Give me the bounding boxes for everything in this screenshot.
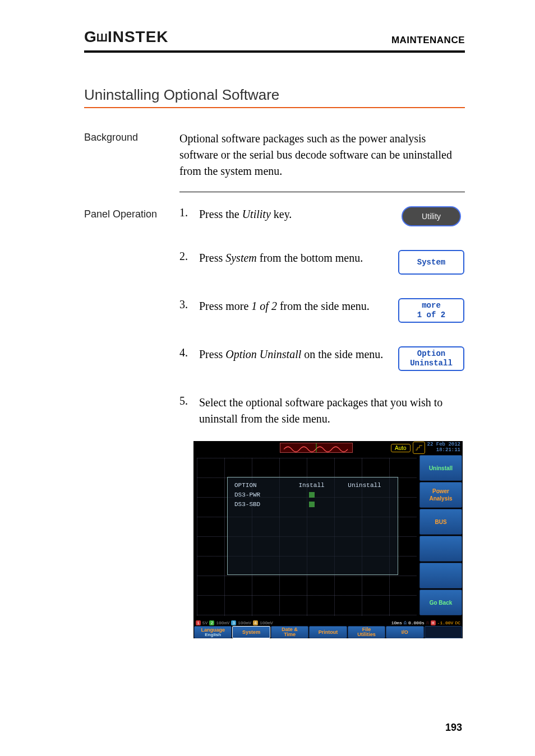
btab-language[interactable]: Language English — [194, 626, 232, 638]
check-icon — [309, 502, 315, 507]
utility-key-icon: Utility — [402, 206, 461, 226]
dialog-header: OPTION Install Uninstall — [234, 482, 391, 489]
brand-logo: GШINSTEK — [84, 28, 169, 46]
scope-top-bar: Auto 22 Feb 2012 18:21:11 — [193, 441, 463, 454]
dialog-row-ds3-pwr: DS3-PWR — [234, 491, 391, 498]
waveform-preview-icon — [280, 443, 353, 453]
system-softkey-icon: System — [398, 250, 464, 275]
option-dialog: OPTION Install Uninstall DS3-PWR DS3-SBD — [227, 477, 398, 575]
step-5-text: Select the optional software packages th… — [199, 395, 465, 427]
edge-icon: ⎍ — [426, 620, 429, 625]
section-title: Uninstalling Optional Software — [84, 86, 465, 108]
step-2-text: Press System from the bottom menu. — [199, 250, 392, 266]
step-1: 1. Press the Utility key. Utility — [179, 206, 465, 226]
datetime-display: 22 Feb 2012 18:21:11 — [427, 442, 460, 453]
oscilloscope-screenshot: Auto 22 Feb 2012 18:21:11 OPTION Install… — [193, 441, 465, 638]
btab-printout[interactable]: Printout — [309, 626, 347, 638]
header-section-title: MAINTENANCE — [391, 35, 465, 46]
auto-badge: Auto — [391, 444, 411, 452]
scope-graticule: OPTION Install Uninstall DS3-PWR DS3-SBD — [193, 454, 419, 619]
background-row: Background Optional software packages su… — [84, 131, 465, 206]
step-3: 3. Press more 1 of 2 from the side menu.… — [179, 298, 465, 323]
option-uninstall-softkey-icon: Option Uninstall — [398, 346, 464, 371]
step-5: 5. Select the optional software packages… — [179, 395, 465, 427]
step-4-text: Press Option Uninstall on the side menu. — [199, 346, 392, 363]
page-header: GШINSTEK MAINTENANCE — [84, 28, 465, 53]
background-label: Background — [84, 131, 179, 206]
side-btn-go-back[interactable]: Go Back — [419, 590, 462, 615]
logo-glyph-icon: Ш — [96, 31, 108, 44]
btab-file-utilities[interactable]: File Utilities — [348, 626, 385, 638]
side-btn-bus[interactable]: BUS — [419, 509, 462, 535]
more-softkey-icon: more 1 of 2 — [398, 298, 464, 323]
page-number: 193 — [445, 722, 462, 734]
btab-date-time[interactable]: Date & Time — [271, 626, 308, 638]
side-btn-empty-1[interactable] — [419, 536, 462, 562]
dialog-row-ds3-sbd: DS3-SBD — [234, 501, 391, 508]
status-bar: 1 5V 2 100mV 3 100mV 4 100mV 10ms ⎙ 0.00… — [193, 619, 463, 626]
panel-operation-row: Panel Operation 1. Press the Utility key… — [84, 206, 465, 435]
panel-operation-label: Panel Operation — [84, 206, 179, 435]
trigger-mode-icon — [413, 442, 425, 454]
background-text: Optional software packages such as the p… — [179, 131, 465, 192]
side-btn-power-analysis[interactable]: Power Analysis — [419, 482, 462, 508]
check-icon — [309, 492, 315, 498]
side-title-uninstall: Uninstall — [419, 455, 462, 481]
memory-icon: ⎙ — [404, 620, 407, 625]
btab-io[interactable]: I/O — [386, 626, 423, 638]
step-4: 4. Press Option Uninstall on the side me… — [179, 346, 465, 371]
step-3-text: Press more 1 of 2 from the side menu. — [199, 298, 392, 314]
bottom-menu: Language English System Date & Time Prin… — [193, 626, 463, 638]
btab-system[interactable]: System — [232, 626, 270, 638]
step-1-text: Press the Utility key. — [199, 206, 392, 222]
btab-empty[interactable] — [425, 626, 462, 638]
side-btn-empty-2[interactable] — [419, 563, 462, 588]
step-2: 2. Press System from the bottom menu. Sy… — [179, 250, 465, 275]
side-menu: Uninstall Power Analysis BUS Go Back — [419, 454, 463, 619]
